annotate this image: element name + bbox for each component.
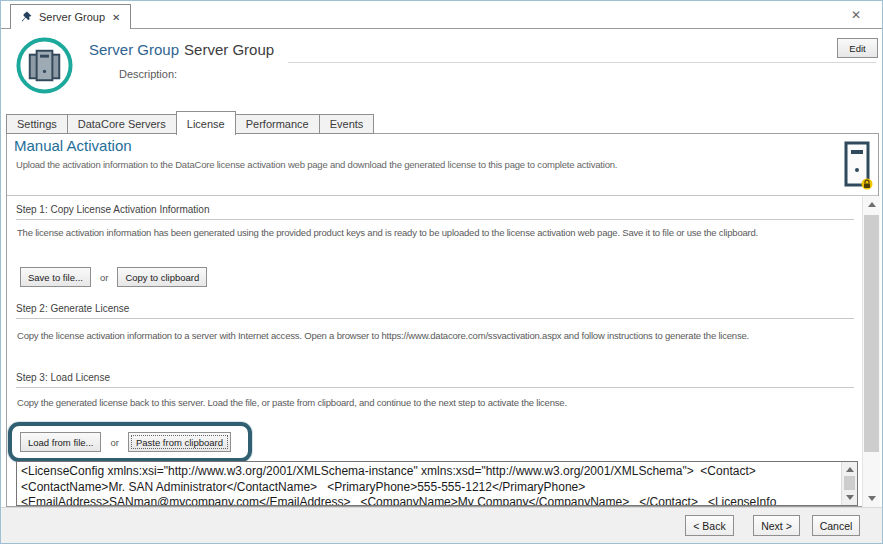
next-button[interactable]: Next > <box>753 515 800 536</box>
save-to-file-button[interactable]: Save to file... <box>20 267 91 287</box>
page-title-group: Server Group <box>89 41 179 58</box>
divider <box>16 219 854 220</box>
divider <box>16 318 854 319</box>
server-group-window: Server Group ✕ ✕ Server GroupServer Grou… <box>0 0 883 544</box>
tab-settings[interactable]: Settings <box>6 114 68 134</box>
divider <box>1 28 882 29</box>
doc-tab-label: Server Group <box>39 11 105 23</box>
paste-from-clipboard-button[interactable]: Paste from clipboard <box>128 432 231 452</box>
divider <box>288 62 876 63</box>
page-title: Server GroupServer Group <box>89 41 274 58</box>
step2-title: Step 2: Generate License <box>16 303 129 314</box>
step3-body: Copy the generated license back to this … <box>17 397 567 408</box>
page-intro: Upload the activation information to the… <box>16 159 776 170</box>
step3-or-label: or <box>110 437 118 448</box>
server-group-icon <box>15 36 74 95</box>
tab-close-icon[interactable]: ✕ <box>112 12 120 23</box>
main-scrollbar[interactable] <box>862 196 880 507</box>
page-title-name: Server Group <box>184 41 274 58</box>
license-xml-text[interactable]: <LicenseConfig xmlns:xsi="http://www.w3.… <box>21 464 839 506</box>
edit-button[interactable]: Edit <box>837 38 878 58</box>
xml-scrollbar-thumb[interactable] <box>844 476 855 490</box>
tab-datacore-servers[interactable]: DataCore Servers <box>67 114 177 134</box>
scroll-up-icon[interactable] <box>863 197 880 212</box>
load-from-file-button[interactable]: Load from file... <box>20 432 101 452</box>
step2-body: Copy the license activation information … <box>17 330 749 341</box>
step3-title: Step 3: Load License <box>16 372 110 383</box>
locked-server-icon <box>843 141 873 191</box>
step1-button-row: Save to file... or Copy to clipboard <box>20 267 207 287</box>
step1-body: The license activation information has b… <box>17 227 758 238</box>
main-scrollbar-thumb[interactable] <box>864 215 879 452</box>
description-label: Description: <box>119 68 177 80</box>
footer-bar: < Back Next > Cancel <box>1 507 882 544</box>
license-tab-panel: Manual Activation Upload the activation … <box>6 133 879 507</box>
step1-title: Step 1: Copy License Activation Informat… <box>16 204 209 215</box>
document-tab-bar: Server Group ✕ ✕ <box>1 1 882 29</box>
xml-scrollbar[interactable] <box>841 462 857 505</box>
tab-performance[interactable]: Performance <box>235 114 320 134</box>
back-button[interactable]: < Back <box>685 515 734 536</box>
step1-or-label: or <box>100 272 108 283</box>
divider <box>7 195 878 196</box>
xml-scroll-down-icon[interactable] <box>842 490 857 505</box>
doc-tab-server-group[interactable]: Server Group ✕ <box>10 4 131 29</box>
divider <box>16 387 854 388</box>
license-xml-box[interactable]: <LicenseConfig xmlns:xsi="http://www.w3.… <box>16 461 858 506</box>
pushpin-icon[interactable] <box>21 11 32 24</box>
window-close-icon[interactable]: ✕ <box>851 8 861 22</box>
tab-events[interactable]: Events <box>319 114 375 134</box>
step3-button-row: Load from file... or Paste from clipboar… <box>20 432 231 452</box>
xml-scroll-up-icon[interactable] <box>842 462 857 477</box>
scroll-down-icon[interactable] <box>863 491 880 506</box>
tab-license[interactable]: License <box>176 111 236 135</box>
nav-tabs: Settings DataCore Servers License Perfor… <box>6 110 373 134</box>
page-heading: Manual Activation <box>14 137 132 154</box>
copy-to-clipboard-button[interactable]: Copy to clipboard <box>117 267 207 287</box>
cancel-button[interactable]: Cancel <box>812 515 860 536</box>
